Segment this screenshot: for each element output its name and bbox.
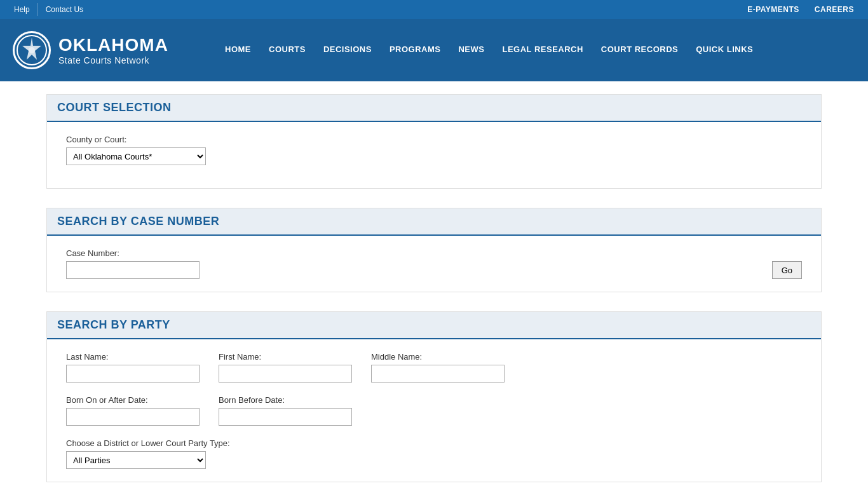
case-number-left: Case Number: [66,248,200,279]
case-number-input[interactable] [66,261,200,279]
epayments-link[interactable]: E-PAYMENTS [740,0,807,19]
svg-point-2 [29,47,35,53]
nav-decisions[interactable]: DECISIONS [315,19,381,81]
nav-programs[interactable]: PROGRAMS [381,19,450,81]
contact-us-link[interactable]: Contact Us [38,0,91,19]
content: COURT SELECTION County or Court: All Okl… [27,81,841,488]
logo-title-line1: OKLAHOMA [58,35,168,55]
nav-home[interactable]: HOME [216,19,260,81]
nav-news[interactable]: NEWS [449,19,493,81]
first-name-label: First Name: [219,352,352,362]
case-number-section: SEARCH BY CASE NUMBER Case Number: Go [46,208,822,292]
first-name-input[interactable] [219,365,352,383]
county-select[interactable]: All Oklahoma Courts* Adair County Alfalf… [66,147,206,165]
court-selection-header: COURT SELECTION [47,95,821,122]
go-button[interactable]: Go [772,261,802,279]
last-name-group: Last Name: [66,352,200,383]
party-title: SEARCH BY PARTY [57,318,170,331]
born-on-group: Born On or After Date: [66,395,200,426]
party-section: SEARCH BY PARTY Last Name: First Name: M… [46,311,822,482]
name-row: Last Name: First Name: Middle Name: [66,352,802,383]
main-nav: HOME COURTS DECISIONS PROGRAMS NEWS LEGA… [216,19,762,81]
careers-link[interactable]: CAREERS [807,0,862,19]
case-number-body: Case Number: Go [47,236,821,292]
court-selection-section: COURT SELECTION County or Court: All Okl… [46,94,822,189]
case-number-row: Case Number: Go [66,248,802,279]
top-bar-left: Help Contact Us [6,0,91,19]
top-bar-right: E-PAYMENTS CAREERS [740,0,862,19]
case-number-header: SEARCH BY CASE NUMBER [47,208,821,236]
date-row: Born On or After Date: Born Before Date: [66,395,802,426]
logo[interactable]: OKLAHOMA State Courts Network [13,31,203,69]
middle-name-input[interactable] [371,365,505,383]
born-before-label: Born Before Date: [219,395,352,405]
middle-name-group: Middle Name: [371,352,505,383]
county-label: County or Court: [66,135,802,144]
born-before-group: Born Before Date: [219,395,352,426]
party-body: Last Name: First Name: Middle Name: Born… [47,339,821,482]
county-form-group: County or Court: All Oklahoma Courts* Ad… [66,135,802,165]
seal-icon [16,34,48,66]
first-name-group: First Name: [219,352,352,383]
logo-seal [13,31,51,69]
born-on-label: Born On or After Date: [66,395,200,405]
court-selection-body: County or Court: All Oklahoma Courts* Ad… [47,122,821,188]
last-name-label: Last Name: [66,352,200,362]
nav-quick-links[interactable]: QUICK LINKS [687,19,762,81]
nav-courts[interactable]: COURTS [260,19,315,81]
case-number-title: SEARCH BY CASE NUMBER [57,215,219,227]
nav-court-records[interactable]: COURT RECORDS [592,19,687,81]
born-on-input[interactable] [66,408,200,426]
middle-name-label: Middle Name: [371,352,505,362]
born-before-input[interactable] [219,408,352,426]
help-link[interactable]: Help [6,0,37,19]
last-name-input[interactable] [66,365,200,383]
party-type-label: Choose a District or Lower Court Party T… [66,438,802,448]
court-selection-title: COURT SELECTION [57,101,172,114]
party-type-select[interactable]: All Parties Plaintiff Defendant Petition… [66,451,206,469]
logo-title-line2: State Courts Network [58,55,168,65]
party-type-group: Choose a District or Lower Court Party T… [66,438,802,469]
logo-text: OKLAHOMA State Courts Network [58,35,168,65]
top-bar: Help Contact Us E-PAYMENTS CAREERS [0,0,868,19]
header: OKLAHOMA State Courts Network HOME COURT… [0,19,868,81]
case-number-label: Case Number: [66,248,200,258]
nav-legal-research[interactable]: LEGAL RESEARCH [493,19,592,81]
party-header: SEARCH BY PARTY [47,312,821,339]
